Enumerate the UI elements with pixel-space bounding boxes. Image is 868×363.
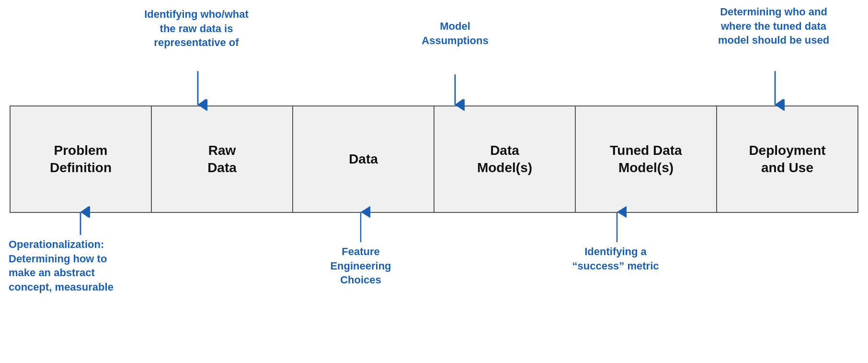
pipeline-cell-raw-data: RawData: [152, 106, 293, 212]
annotation-raw-data: Identifying who/whatthe raw data isrepre…: [110, 7, 283, 50]
pipeline-cell-label: Data: [349, 151, 378, 168]
annotation-model-assumptions: ModelAssumptions: [393, 19, 517, 47]
diagram-wrapper: ProblemDefinition RawData Data DataModel…: [0, 0, 868, 363]
annotation-feature-engineering: FeatureEngineeringChoices: [306, 245, 416, 287]
annotation-operationalization: Operationalization:Determining how tomak…: [9, 237, 171, 294]
annotation-success-metric: Identifying a“success” metric: [556, 245, 675, 273]
pipeline-cell-label: Deploymentand Use: [749, 142, 825, 177]
pipeline-cell-label: Tuned DataModel(s): [610, 142, 682, 177]
pipeline-cell-data: Data: [293, 106, 434, 212]
pipeline-cell-label: DataModel(s): [477, 142, 532, 177]
pipeline-cell-problem-definition: ProblemDefinition: [11, 106, 152, 212]
pipeline-row: ProblemDefinition RawData Data DataModel…: [10, 105, 858, 213]
annotation-deployment: Determining who andwhere the tuned datam…: [687, 5, 860, 47]
pipeline-cell-deployment: Deploymentand Use: [717, 106, 857, 212]
pipeline-cell-label: RawData: [207, 142, 237, 177]
pipeline-cell-tuned-data-models: Tuned DataModel(s): [576, 106, 717, 212]
pipeline-cell-data-models: DataModel(s): [434, 106, 576, 212]
pipeline-cell-label: ProblemDefinition: [50, 142, 112, 177]
